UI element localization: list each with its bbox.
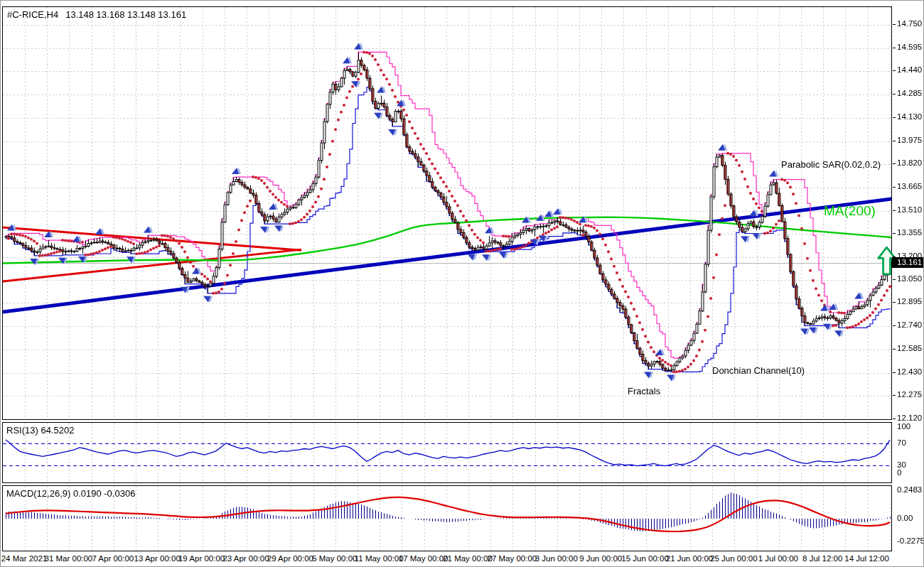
symbol-timeframe-label: #C-RICE,H4	[7, 9, 58, 20]
rsi-panel: RSI(13) 64.5202	[2, 422, 892, 483]
fractals-label: Fractals	[628, 386, 660, 396]
price-axis-label: 12.585	[897, 344, 922, 352]
macd-panel: MACD(12,26,9) 0.0190 -0.0306	[2, 485, 892, 551]
price-axis[interactable]: 14.75014.59514.44014.28514.13013.97513.8…	[892, 1, 924, 421]
price-axis-label: 14.750	[897, 19, 922, 28]
price-axis-label: 13.355	[897, 228, 922, 237]
price-axis-label: 12.275	[897, 390, 922, 399]
price-axis-label: 13.510	[897, 205, 922, 214]
donchian-channel-label: Donchian Channel(10)	[712, 365, 805, 376]
macd-axis-label: 0.00	[897, 514, 913, 522]
rsi-axis-label: 30	[897, 460, 906, 469]
price-axis-label: 13.820	[897, 158, 922, 167]
macd-canvas[interactable]	[3, 486, 891, 551]
price-axis-label: 14.440	[897, 65, 922, 74]
price-axis-label: 12.120	[897, 414, 922, 422]
time-axis-label: 14 Jul 12:00	[833, 554, 901, 563]
chart-title: #C-RICE,H413.148 13.168 13.148 13.161	[7, 9, 186, 20]
time-axis[interactable]: 24 Mar 202131 Mar 00:007 Apr 00:0013 Apr…	[1, 554, 924, 567]
rsi-axis-label: 100	[897, 422, 910, 431]
price-axis-label: 14.285	[897, 89, 922, 97]
macd-axis[interactable]: 0.24830.00-0.2275	[892, 485, 924, 551]
ohlc-readout: 13.148 13.168 13.148 13.161	[65, 9, 186, 20]
current-price-badge: 13.161	[892, 257, 924, 268]
price-axis-label: 13.665	[897, 182, 922, 190]
price-axis-label: 14.130	[897, 112, 922, 121]
price-axis-label: 12.740	[897, 320, 922, 329]
price-axis-label: 13.975	[897, 136, 922, 144]
price-chart-canvas[interactable]	[3, 7, 891, 419]
price-axis-label: 12.895	[897, 297, 922, 306]
rsi-axis-label: 0	[897, 468, 901, 477]
main-chart-panel: #C-RICE,H413.148 13.168 13.148 13.161 Pa…	[2, 6, 892, 420]
trading-chart-window: #C-RICE,H413.148 13.168 13.148 13.161 Pa…	[0, 0, 924, 567]
macd-axis-label: -0.2275	[897, 536, 924, 545]
macd-axis-label: 0.2483	[897, 485, 922, 494]
rsi-axis-label: 70	[897, 438, 906, 447]
price-axis-label: 12.430	[897, 367, 922, 376]
price-axis-label: 13.050	[897, 274, 922, 283]
rsi-axis[interactable]: 10070300	[892, 422, 924, 483]
rsi-canvas[interactable]	[3, 423, 891, 482]
parabolic-sar-label: Parabolic SAR(0.02,0.2)	[781, 159, 881, 170]
ma200-label: MA(200)	[824, 203, 876, 219]
macd-label: MACD(12,26,9) 0.0190 -0.0306	[6, 488, 135, 499]
price-axis-label: 14.595	[897, 43, 922, 51]
rsi-label: RSI(13) 64.5202	[6, 425, 74, 436]
